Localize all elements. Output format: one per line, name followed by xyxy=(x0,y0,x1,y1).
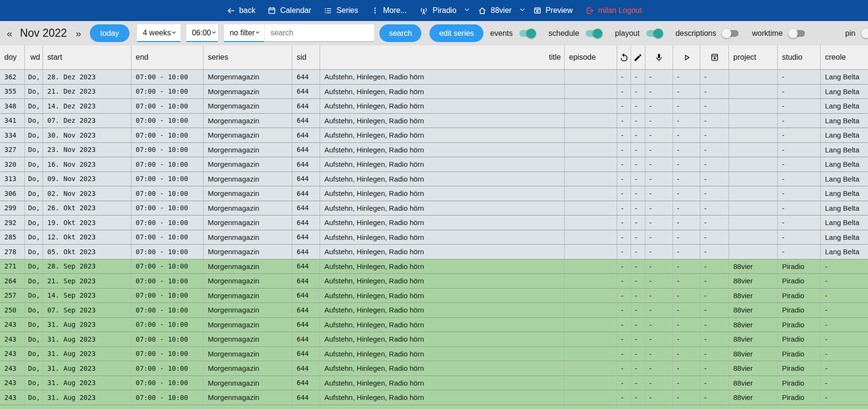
cell-mark4: - xyxy=(700,376,729,390)
cell-sid: 644 xyxy=(292,332,320,346)
toggle-playout[interactable]: playout xyxy=(615,29,663,38)
toggle-schedule[interactable]: schedule xyxy=(548,29,602,38)
cell-wd: Do, xyxy=(25,85,43,99)
cell-mark1: - xyxy=(631,157,645,172)
table-row[interactable]: 243Do,31. Aug 202307:00 - 10:00Morgenmag… xyxy=(0,317,868,332)
table-row[interactable]: 341Do,07. Dez 202307:00 - 10:00Morgenmag… xyxy=(0,113,868,128)
cell-creole: - xyxy=(821,259,868,274)
toggle-switch-pin[interactable] xyxy=(861,29,868,38)
table-row[interactable]: 299Do,26. Okt 202307:00 - 10:00Morgenmag… xyxy=(0,201,868,215)
cell-episode xyxy=(565,347,617,361)
toggle-worktime[interactable]: worktime xyxy=(752,29,806,38)
current-month-label: Nov 2022 xyxy=(20,27,67,40)
cell-episode xyxy=(565,245,617,259)
table-row[interactable]: 355Do,21. Dez 202307:00 - 10:00Morgenmag… xyxy=(0,84,868,99)
cell-studio: Piradio xyxy=(778,274,821,288)
cell-end: 07:00 - 10:00 xyxy=(131,361,204,376)
table-row[interactable]: 243Do,31. Aug 202307:00 - 10:00Morgenmag… xyxy=(0,361,868,376)
header-series: series xyxy=(204,45,292,69)
cell-mark2: - xyxy=(645,70,673,84)
table-row[interactable]: 320Do,16. Nov 202307:00 - 10:00Morgenmag… xyxy=(0,157,868,172)
edit-series-button[interactable]: edit series xyxy=(429,24,483,42)
table-row[interactable]: 348Do,14. Dez 202307:00 - 10:00Morgenmag… xyxy=(0,98,868,113)
brand-dropdown-toggle[interactable] xyxy=(463,6,471,15)
table-row[interactable]: 264Do,21. Sep 202307:00 - 10:00Morgenmag… xyxy=(0,273,868,288)
table-row[interactable]: 327Do,23. Nov 202307:00 - 10:00Morgenmag… xyxy=(0,142,868,157)
range-select[interactable]: 4 weeks xyxy=(137,24,181,42)
cell-mark3: - xyxy=(673,274,700,288)
table-row[interactable]: 257Do,14. Sep 202307:00 - 10:00Morgenmag… xyxy=(0,288,868,303)
cell-studio: Piradio xyxy=(778,303,821,317)
time-select[interactable]: 06:00 xyxy=(186,24,218,42)
station-dropdown-toggle[interactable] xyxy=(519,6,526,15)
table-row[interactable]: 285Do,12. Okt 202307:00 - 10:00Morgenmag… xyxy=(0,230,868,245)
cell-project: 88vier xyxy=(729,405,778,409)
table-row[interactable]: 292Do,19. Okt 202307:00 - 10:00Morgenmag… xyxy=(0,215,868,230)
nav-series[interactable]: Series xyxy=(323,6,358,15)
table-row[interactable]: 334Do,30. Nov 202307:00 - 10:00Morgenmag… xyxy=(0,128,868,142)
cell-project xyxy=(729,70,778,84)
nav-preview[interactable]: Preview xyxy=(533,6,573,15)
cell-mark3: - xyxy=(673,259,700,274)
cell-mark2: - xyxy=(645,143,673,157)
nav-station[interactable]: 88vier xyxy=(478,6,512,15)
cell-doy: 257 xyxy=(0,289,25,303)
cell-creole: - xyxy=(821,361,868,376)
table-row[interactable]: 271Do,28. Sep 202307:00 - 10:00Morgenmag… xyxy=(0,259,868,274)
toggle-switch-schedule[interactable] xyxy=(585,29,602,38)
cell-series: Morgenmagazin xyxy=(204,70,292,84)
cell-project: 88vier xyxy=(729,347,778,361)
cell-mark2: - xyxy=(645,128,673,142)
table-row[interactable]: 243Do,31. Aug 202307:00 - 10:00Morgenmag… xyxy=(0,390,868,405)
table-row[interactable]: 243Do,31. Aug 202307:00 - 10:00Morgenmag… xyxy=(0,376,868,390)
toggle-switch-events[interactable] xyxy=(518,29,536,38)
today-button[interactable]: today xyxy=(90,24,129,42)
cell-episode xyxy=(565,405,617,409)
nav-calendar[interactable]: Calendar xyxy=(268,6,311,15)
toggle-switch-worktime[interactable] xyxy=(788,29,806,38)
cell-episode xyxy=(565,157,617,172)
cell-mark1: - xyxy=(631,201,645,215)
cell-mark0: - xyxy=(617,245,631,259)
cell-title: Aufstehn, Hinlegen, Radio hörn xyxy=(320,114,565,128)
table-row[interactable]: 313Do,09. Nov 202307:00 - 10:00Morgenmag… xyxy=(0,172,868,186)
cell-mark0: - xyxy=(617,390,631,405)
cell-series: Morgenmagazin xyxy=(204,274,292,288)
table-row[interactable]: 243Do,31. Aug 202307:00 - 10:00Morgenmag… xyxy=(0,346,868,361)
toggle-switch-playout[interactable] xyxy=(645,29,663,38)
nav-brand[interactable]: Piradio xyxy=(419,6,456,15)
toggle-switch-descriptions[interactable] xyxy=(722,29,739,38)
cell-start: 09. Nov 2023 xyxy=(43,172,131,186)
search-button[interactable]: search xyxy=(379,24,421,42)
next-period-button[interactable]: » xyxy=(74,28,83,39)
cell-doy: 341 xyxy=(0,114,25,128)
toggle-descriptions[interactable]: descriptions xyxy=(675,29,739,38)
cell-mark1: - xyxy=(631,70,645,84)
table-row[interactable]: 243Do,31. Aug 202307:00 - 10:00Morgenmag… xyxy=(0,405,868,409)
nav-station-label: 88vier xyxy=(491,6,512,15)
cell-series: Morgenmagazin xyxy=(204,99,292,113)
table-row[interactable]: 362Do,28. Dez 202307:00 - 10:00Morgenmag… xyxy=(0,69,868,84)
nav-more[interactable]: More... xyxy=(371,6,407,15)
cell-studio: - xyxy=(778,172,821,186)
search-input[interactable] xyxy=(265,24,374,42)
cell-title: Aufstehn, Hinlegen, Radio hörn xyxy=(320,215,565,230)
table-row[interactable]: 250Do,07. Sep 202307:00 - 10:00Morgenmag… xyxy=(0,302,868,317)
cell-project: 88vier xyxy=(729,390,778,405)
logout-button[interactable]: milan Logout xyxy=(585,6,642,15)
cell-title: Aufstehn, Hinlegen, Radio hörn xyxy=(320,99,565,113)
time-select-value: 06:00 xyxy=(192,29,211,37)
table-row[interactable]: 306Do,02. Nov 202307:00 - 10:00Morgenmag… xyxy=(0,186,868,201)
cell-title: Aufstehn, Hinlegen, Radio hörn xyxy=(320,390,565,405)
cell-end: 07:00 - 10:00 xyxy=(131,347,204,361)
filter-select[interactable]: no filter xyxy=(224,24,264,42)
back-button[interactable]: back xyxy=(226,6,256,15)
table-row[interactable]: 243Do,31. Aug 202307:00 - 10:00Morgenmag… xyxy=(0,332,868,346)
toggle-pin[interactable]: pin xyxy=(845,29,868,38)
prev-period-button[interactable]: « xyxy=(5,28,14,39)
cell-mark3: - xyxy=(673,215,700,230)
toggle-events[interactable]: events xyxy=(490,29,536,38)
cell-project xyxy=(729,85,778,99)
table-row[interactable]: 278Do,05. Okt 202307:00 - 10:00Morgenmag… xyxy=(0,244,868,259)
cell-sid: 644 xyxy=(292,361,320,376)
